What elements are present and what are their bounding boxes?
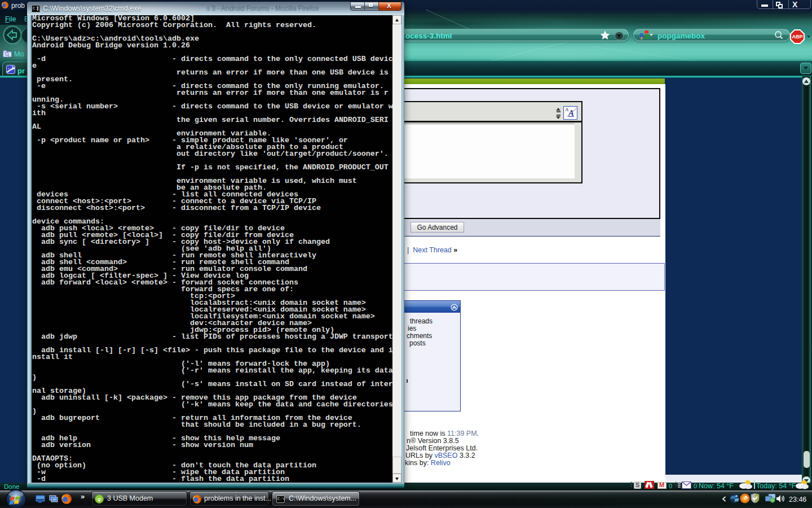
svg-text:g: g bbox=[639, 30, 644, 39]
